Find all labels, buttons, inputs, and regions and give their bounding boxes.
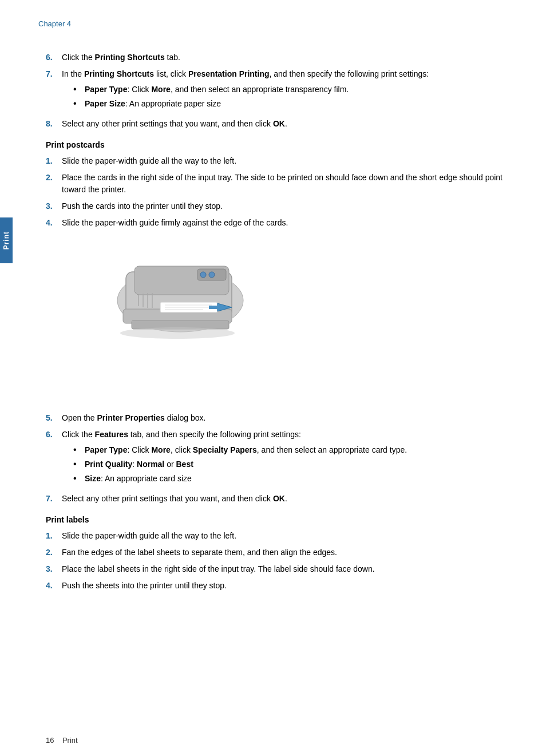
item-number: 2. xyxy=(46,172,62,196)
item-number: 4. xyxy=(46,217,62,229)
side-tab-text: Print xyxy=(2,231,10,250)
item-content: Push the cards into the printer until th… xyxy=(62,200,512,212)
print-labels-heading: Print labels xyxy=(46,515,512,524)
item-content: Push the sheets into the printer until t… xyxy=(62,580,512,592)
bullet-dot: • xyxy=(73,98,85,110)
labels-list: 1. Slide the paper-width guide all the w… xyxy=(46,530,512,592)
list-item: 4. Push the sheets into the printer unti… xyxy=(46,580,512,592)
bullet-content: Paper Size: An appropriate paper size xyxy=(85,98,221,110)
printer-image-container xyxy=(92,240,252,355)
page-container: Chapter 4 Print 6. Click the Printing Sh… xyxy=(0,0,546,756)
postcards-list: 1. Slide the paper-width guide all the w… xyxy=(46,155,512,229)
list-item: 3. Place the label sheets in the right s… xyxy=(46,563,512,575)
svg-point-5 xyxy=(209,272,215,278)
list-item: 7. In the Printing Shortcuts list, click… xyxy=(46,68,512,113)
item-content: In the Printing Shortcuts list, click Pr… xyxy=(62,68,512,113)
list-item: 1. Slide the paper-width guide all the w… xyxy=(46,530,512,542)
bullet-dot: • xyxy=(73,473,85,485)
item-content: Open the Printer Properties dialog box. xyxy=(62,412,512,424)
print-postcards-heading: Print postcards xyxy=(46,140,512,149)
item-number: 3. xyxy=(46,563,62,575)
bullet-dot: • xyxy=(73,444,85,456)
list-item: 3. Push the cards into the printer until… xyxy=(46,200,512,212)
bullet-item: • Print Quality: Normal or Best xyxy=(73,458,512,470)
section1-list: 6. Click the Printing Shortcuts tab. 7. … xyxy=(46,52,512,130)
bullet-content: Print Quality: Normal or Best xyxy=(85,458,193,470)
item-number: 6. xyxy=(46,52,62,64)
side-tab: Print xyxy=(0,217,13,263)
bold-text: Presentation Printing xyxy=(188,69,270,78)
bold-text: Printing Shortcuts xyxy=(84,69,154,78)
svg-rect-12 xyxy=(209,306,220,309)
bullet-content: Paper Type: Click More, click Specialty … xyxy=(85,444,407,456)
item-number: 4. xyxy=(46,580,62,592)
item-number: 5. xyxy=(46,412,62,424)
item-content: Select any other print settings that you… xyxy=(62,118,512,130)
bullet-list: • Paper Type: Click More, click Specialt… xyxy=(73,444,512,485)
list-item: 5. Open the Printer Properties dialog bo… xyxy=(46,412,512,424)
bullet-list: • Paper Type: Click More, and then selec… xyxy=(73,84,512,110)
svg-point-4 xyxy=(200,272,206,278)
item-content: Fan the edges of the label sheets to sep… xyxy=(62,547,512,559)
bullet-content: Paper Type: Click More, and then select … xyxy=(85,84,349,96)
item-content: Place the label sheets in the right side… xyxy=(62,563,512,575)
spacer xyxy=(46,366,512,412)
item-content: Click the Features tab, and then specify… xyxy=(62,429,512,488)
svg-point-18 xyxy=(120,327,235,339)
footer-page-num: 16 xyxy=(46,736,54,745)
bold-text: Printer Properties xyxy=(97,413,165,422)
item-content: Select any other print settings that you… xyxy=(62,493,512,505)
item-number: 2. xyxy=(46,547,62,559)
bold-text: OK xyxy=(273,494,285,503)
bullet-dot: • xyxy=(73,84,85,96)
list-item: 4. Slide the paper-width guide firmly ag… xyxy=(46,217,512,229)
bullet-dot: • xyxy=(73,458,85,470)
list-item: 2. Fan the edges of the label sheets to … xyxy=(46,547,512,559)
list-item: 6. Click the Features tab, and then spec… xyxy=(46,429,512,488)
item-number: 6. xyxy=(46,429,62,488)
item-number: 7. xyxy=(46,68,62,113)
list-item: 8. Select any other print settings that … xyxy=(46,118,512,130)
footer-section: Print xyxy=(62,736,78,745)
bullet-content: Size: An appropriate card size xyxy=(85,473,192,485)
item-content: Slide the paper-width guide all the way … xyxy=(62,530,512,542)
list-item: 6. Click the Printing Shortcuts tab. xyxy=(46,52,512,64)
bullet-item: • Paper Type: Click More, click Specialt… xyxy=(73,444,512,456)
section2-list: 5. Open the Printer Properties dialog bo… xyxy=(46,412,512,505)
item-number: 8. xyxy=(46,118,62,130)
chapter-label: Chapter 4 xyxy=(38,19,71,28)
item-content: Slide the paper-width guide firmly again… xyxy=(62,217,512,229)
item-content: Place the cards in the right side of the… xyxy=(62,172,512,196)
item-number: 1. xyxy=(46,530,62,542)
bold-text: Features xyxy=(95,430,128,439)
bold-text: Printing Shortcuts xyxy=(95,53,165,62)
printer-illustration xyxy=(92,240,252,355)
item-number: 3. xyxy=(46,200,62,212)
main-content: 6. Click the Printing Shortcuts tab. 7. … xyxy=(46,52,512,592)
item-content: Slide the paper-width guide all the way … xyxy=(62,155,512,167)
bold-text: OK xyxy=(273,119,285,128)
list-item: 1. Slide the paper-width guide all the w… xyxy=(46,155,512,167)
page-footer: 16 Print xyxy=(46,736,78,745)
bullet-item: • Size: An appropriate card size xyxy=(73,473,512,485)
list-item: 7. Select any other print settings that … xyxy=(46,493,512,505)
item-content: Click the Printing Shortcuts tab. xyxy=(62,52,512,64)
item-number: 7. xyxy=(46,493,62,505)
item-number: 1. xyxy=(46,155,62,167)
bullet-item: • Paper Type: Click More, and then selec… xyxy=(73,84,512,96)
bullet-item: • Paper Size: An appropriate paper size xyxy=(73,98,512,110)
list-item: 2. Place the cards in the right side of … xyxy=(46,172,512,196)
